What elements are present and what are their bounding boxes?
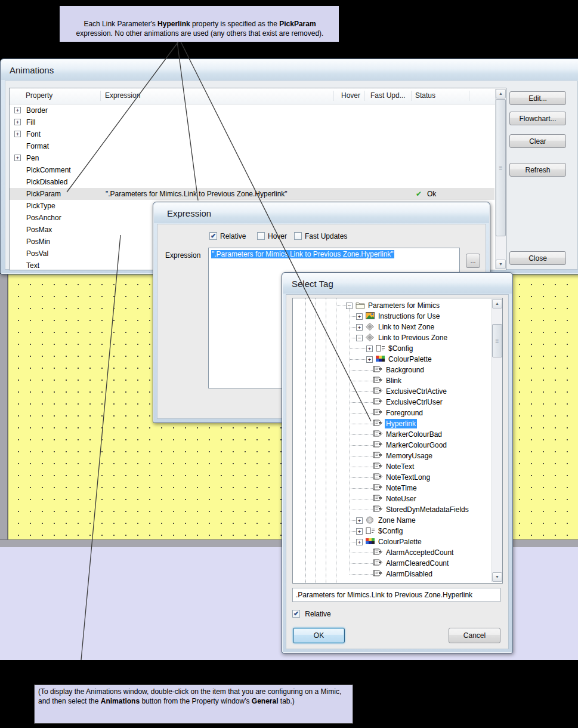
clear-button[interactable]: Clear [509,134,566,148]
tree-item-markercolourbad[interactable]: MarkerColourBad [293,429,502,440]
scroll-down-icon[interactable]: ▼ [492,572,502,582]
tree-item-link-to-next-zone[interactable]: +Link to Next Zone [293,322,502,332]
cancel-button[interactable]: Cancel [449,628,500,643]
hover-checkbox[interactable]: Hover [257,232,287,240]
ok-button[interactable]: OK [293,628,345,643]
tree-item-config[interactable]: +$Config [293,343,502,354]
window-title: Select Tag [292,279,333,289]
expand-plus-icon[interactable]: + [356,528,363,535]
tree-item-hyperlink[interactable]: Hyperlink [293,418,502,429]
tree-item-notetext[interactable]: NoteText [293,461,502,472]
tree-ancestor-line [326,298,326,583]
tag-icon [373,484,383,492]
property-row-pickdisabled[interactable]: PickDisabled [10,176,494,188]
expand-plus-icon[interactable]: + [356,313,363,320]
column-header-status[interactable]: Status [415,91,435,100]
tree-item-foreground[interactable]: Foreground [293,408,502,418]
tree-ancestor-line [336,298,336,583]
tree-item-exclusivectrluser[interactable]: ExclusiveCtrlUser [293,397,502,408]
callout-text: property is specified as the [190,20,279,28]
tree-item-parameters-for-mimics[interactable]: −Parameters for Mimics [293,300,502,311]
property-name: Text [26,260,39,270]
tree-item-label: NoteTextLong [385,473,431,482]
expand-plus-icon[interactable]: + [356,539,363,545]
tag-icon [373,505,383,514]
checkbox-label: Relative [220,232,246,240]
property-name: PickParam [26,188,61,200]
fast-updates-checkbox[interactable]: Fast Updates [294,232,347,240]
relative-checkbox[interactable]: ✔Relative [209,232,246,240]
tree-item-notetextlong[interactable]: NoteTextLong [293,472,502,483]
expand-plus-icon[interactable]: + [14,155,21,161]
scroll-up-icon[interactable]: ▲ [492,299,502,309]
list-scrollbar[interactable]: ▲ ≡ ▼ [495,89,506,269]
tag-icon [373,441,383,449]
flowchart-button[interactable]: Flowchart... [509,112,566,125]
tree-item-label: NoteUser [385,494,418,504]
checkbox-box[interactable]: ✔ [209,232,217,240]
scroll-down-icon[interactable]: ▼ [496,260,506,269]
checkbox-box[interactable] [294,232,302,240]
expand-plus-icon[interactable]: + [356,324,363,331]
scroll-thumb[interactable]: ≡ [492,324,502,357]
tree-item-alarmclearedcount[interactable]: AlarmClearedCount [293,558,502,569]
edit-button[interactable]: Edit... [509,91,566,105]
tree-item-instructions-for-use[interactable]: +Instructions for Use [293,311,502,322]
property-row-font[interactable]: +Font [10,128,494,140]
scroll-up-icon[interactable]: ▲ [496,89,506,98]
folder-icon [356,301,366,310]
property-row-format[interactable]: Format [10,140,494,152]
property-name: Format [26,140,49,152]
column-header-expression[interactable]: Expression [105,91,140,100]
tree-item-zone-name[interactable]: +SZone Name [293,515,502,526]
close-button[interactable]: Close [509,251,566,265]
expand-plus-icon[interactable]: + [356,517,363,524]
tree-item-memoryusage[interactable]: MemoryUsage [293,451,502,461]
tag-path-input[interactable]: .Parameters for Mimics.Link to Previous … [292,588,500,602]
property-row-pickcomment[interactable]: PickComment [10,164,494,176]
property-row-pen[interactable]: +Pen [10,152,494,164]
column-header-property[interactable]: Property [26,91,52,100]
property-row-border[interactable]: +Border [10,104,494,116]
tree-item-label: MemoryUsage [385,451,434,461]
expand-plus-icon[interactable]: + [366,356,373,363]
expand-plus-icon[interactable]: + [14,119,21,125]
image-icon [366,312,376,320]
column-separator [364,91,365,101]
animations-titlebar[interactable]: Animations [1,60,578,80]
tree-connector-stub [350,402,373,403]
column-separator [333,91,334,101]
tree-item-colourpalette[interactable]: +ColourPalette [293,536,502,547]
tree-item-background[interactable]: Background [293,365,502,375]
collapse-minus-icon[interactable]: − [356,335,363,341]
tree-item-notetime[interactable]: NoteTime [293,483,502,493]
link-icon [366,334,376,342]
property-row-pickparam[interactable]: PickParam".Parameters for Mimics.Link to… [10,188,494,200]
expression-titlebar[interactable]: Expression [154,203,489,223]
tree-item-exclusivectrlactive[interactable]: ExclusiveCtrlActive [293,386,502,397]
tree-scrollbar[interactable]: ▲ ≡ ▼ [492,299,502,582]
tree-item-markercolourgood[interactable]: MarkerColourGood [293,440,502,451]
select-tag-titlebar[interactable]: Select Tag [283,273,512,294]
expand-plus-icon[interactable]: + [366,346,373,352]
tree-item-alarmacceptedcount[interactable]: AlarmAcceptedCount [293,547,502,558]
expand-plus-icon[interactable]: + [14,107,21,113]
tree-item-noteuser[interactable]: NoteUser [293,493,502,504]
expand-plus-icon[interactable]: + [14,131,21,137]
tree-item-colourpalette[interactable]: +ColourPalette [293,354,502,365]
tree-item-blink[interactable]: Blink [293,375,502,386]
relative-checkbox[interactable]: ✔ Relative [292,609,331,619]
tag-icon [373,473,383,482]
browse-button[interactable]: ... [466,254,480,268]
refresh-button[interactable]: Refresh [509,163,566,177]
checkbox-box[interactable] [257,232,265,240]
tree-item-config[interactable]: +$Config [293,526,502,536]
column-header-fast-upd[interactable]: Fast Upd... [370,91,406,100]
tree-item-alarmdisabled[interactable]: AlarmDisabled [293,569,502,579]
column-header-hover[interactable]: Hover [341,91,360,100]
tree-item-link-to-previous-zone[interactable]: −Link to Previous Zone [293,332,502,343]
tree-item-storeddynmetadatafields[interactable]: StoredDynMetadataFields [293,504,502,515]
checkbox-box[interactable]: ✔ [292,610,300,618]
property-row-fill[interactable]: +Fill [10,116,494,128]
scroll-thumb[interactable]: ≡ [496,99,506,236]
